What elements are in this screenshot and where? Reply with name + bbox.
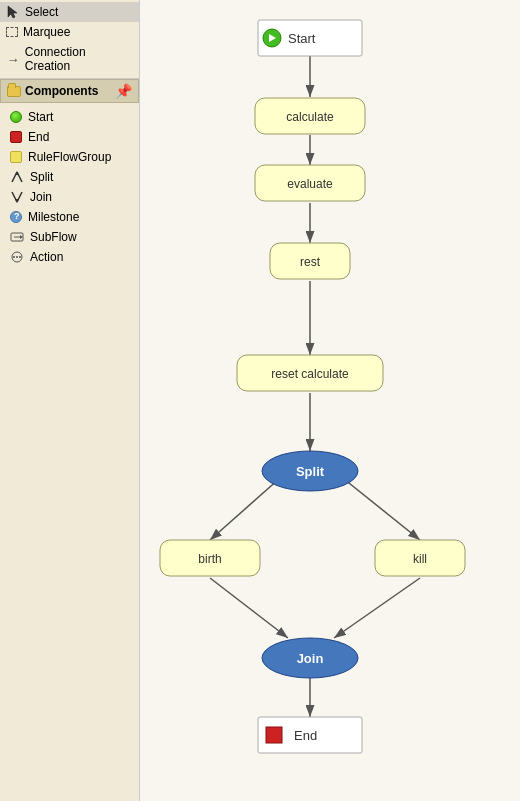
- component-action-label: Action: [30, 250, 63, 264]
- tool-select[interactable]: Select: [0, 2, 139, 22]
- yellow-square-icon: [10, 151, 22, 163]
- node-calculate[interactable]: calculate: [255, 98, 365, 134]
- svg-text:Split: Split: [296, 464, 325, 479]
- tool-connection[interactable]: → Connection Creation: [0, 42, 139, 76]
- components-label: Components: [25, 84, 98, 98]
- component-start[interactable]: Start: [0, 107, 139, 127]
- conn-birth-join: [210, 578, 288, 638]
- svg-marker-6: [15, 199, 19, 203]
- conn-kill-join: [334, 578, 420, 638]
- node-end[interactable]: End: [258, 717, 362, 753]
- svg-rect-36: [266, 727, 282, 743]
- component-subflow[interactable]: SubFlow: [0, 227, 139, 247]
- svg-point-12: [16, 256, 18, 258]
- component-milestone[interactable]: Milestone: [0, 207, 139, 227]
- svg-text:birth: birth: [198, 552, 221, 566]
- folder-icon: [7, 86, 21, 97]
- component-start-label: Start: [28, 110, 53, 124]
- node-evaluate[interactable]: evaluate: [255, 165, 365, 201]
- green-circle-icon: [10, 111, 22, 123]
- svg-text:kill: kill: [413, 552, 427, 566]
- svg-text:Join: Join: [297, 651, 324, 666]
- svg-marker-3: [15, 171, 19, 175]
- component-join-label: Join: [30, 190, 52, 204]
- tool-marquee[interactable]: Marquee: [0, 22, 139, 42]
- join-icon: [10, 190, 24, 204]
- svg-text:End: End: [294, 728, 317, 743]
- node-start[interactable]: Start: [258, 20, 362, 56]
- component-join[interactable]: Join: [0, 187, 139, 207]
- node-rest[interactable]: rest: [270, 243, 350, 279]
- node-reset-calculate[interactable]: reset calculate: [237, 355, 383, 391]
- svg-text:calculate: calculate: [286, 110, 334, 124]
- svg-marker-0: [8, 6, 17, 18]
- flow-canvas[interactable]: Start calculate evaluate rest reset calc…: [140, 0, 520, 801]
- subflow-icon: [10, 230, 24, 244]
- red-square-icon: [10, 131, 22, 143]
- tool-select-label: Select: [25, 5, 58, 19]
- marquee-icon: [6, 27, 18, 37]
- component-ruleflowgroup-label: RuleFlowGroup: [28, 150, 111, 164]
- component-action[interactable]: Action: [0, 247, 139, 267]
- components-header[interactable]: Components 📌: [0, 79, 139, 103]
- tool-connection-label: Connection Creation: [25, 45, 133, 73]
- component-ruleflowgroup[interactable]: RuleFlowGroup: [0, 147, 139, 167]
- sidebar: Select Marquee → Connection Creation Com…: [0, 0, 140, 801]
- milestone-icon: [10, 211, 22, 223]
- component-end[interactable]: End: [0, 127, 139, 147]
- component-subflow-label: SubFlow: [30, 230, 77, 244]
- action-icon: [10, 250, 24, 264]
- component-end-label: End: [28, 130, 49, 144]
- sidebar-tools: Select Marquee → Connection Creation: [0, 0, 139, 79]
- component-milestone-label: Milestone: [28, 210, 79, 224]
- svg-text:reset calculate: reset calculate: [271, 367, 349, 381]
- node-birth[interactable]: birth: [160, 540, 260, 576]
- svg-point-13: [19, 256, 21, 258]
- svg-text:evaluate: evaluate: [287, 177, 333, 191]
- svg-point-11: [13, 256, 15, 258]
- svg-text:rest: rest: [300, 255, 321, 269]
- node-split[interactable]: Split: [262, 451, 358, 491]
- node-kill[interactable]: kill: [375, 540, 465, 576]
- components-list: Start End RuleFlowGroup Split Join: [0, 103, 139, 271]
- node-join[interactable]: Join: [262, 638, 358, 678]
- tool-marquee-label: Marquee: [23, 25, 70, 39]
- pin-icon: 📌: [115, 83, 132, 99]
- flow-diagram-svg: Start calculate evaluate rest reset calc…: [140, 0, 520, 801]
- split-icon: [10, 170, 24, 184]
- cursor-icon: [6, 5, 20, 19]
- component-split[interactable]: Split: [0, 167, 139, 187]
- component-split-label: Split: [30, 170, 53, 184]
- arrow-icon: →: [6, 52, 20, 67]
- svg-text:Start: Start: [288, 31, 316, 46]
